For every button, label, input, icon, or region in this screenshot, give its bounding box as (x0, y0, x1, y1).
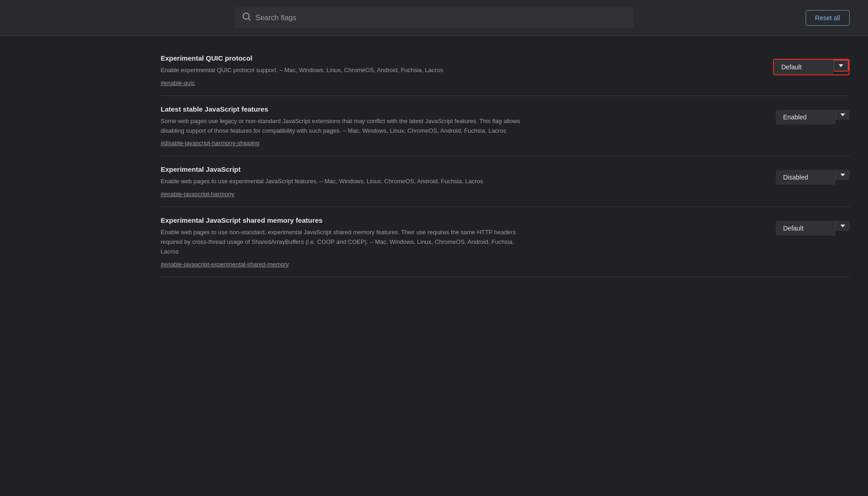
flag-anchor-link[interactable]: #enable-quic (161, 79, 195, 86)
flag-dropdown[interactable]: DefaultEnabledDisabled (776, 221, 835, 236)
flag-title: Experimental JavaScript shared memory fe… (161, 216, 767, 224)
reset-all-button[interactable]: Reset all (806, 10, 850, 26)
select-wrapper: DefaultEnabledDisabled (773, 59, 850, 75)
select-wrapper: DefaultEnabledDisabled (776, 110, 850, 124)
flag-description: Enable web pages to use non-standard, ex… (161, 228, 528, 256)
flag-item: Experimental QUIC protocolEnable experim… (161, 45, 850, 96)
chevron-down-icon (840, 174, 845, 176)
flag-control: DefaultEnabledDisabled (773, 59, 850, 75)
flag-item: Experimental JavaScriptEnable web pages … (161, 156, 850, 207)
svg-line-1 (248, 18, 250, 20)
flag-description: Some web pages use legacy or non-standar… (161, 117, 528, 136)
flag-description: Enable experimental QUIC protocol suppor… (161, 66, 528, 75)
flag-content: Experimental JavaScript shared memory fe… (161, 216, 767, 267)
flag-anchor-link[interactable]: #enable-javascript-experimental-shared-m… (161, 261, 289, 268)
flag-content: Experimental JavaScriptEnable web pages … (161, 165, 767, 197)
flag-title: Experimental JavaScript (161, 165, 767, 173)
dropdown-arrow-button[interactable] (835, 170, 850, 180)
flag-dropdown[interactable]: DefaultEnabledDisabled (776, 170, 835, 185)
search-input[interactable] (256, 14, 627, 22)
search-icon (242, 12, 251, 23)
chevron-down-icon (840, 225, 845, 227)
select-wrapper: DefaultEnabledDisabled (776, 170, 850, 185)
flag-title: Latest stable JavaScript features (161, 105, 767, 113)
flag-content: Experimental QUIC protocolEnable experim… (161, 54, 764, 86)
flag-item: Latest stable JavaScript featuresSome we… (161, 96, 850, 157)
flag-content: Latest stable JavaScript featuresSome we… (161, 105, 767, 147)
flag-dropdown[interactable]: DefaultEnabledDisabled (774, 60, 834, 74)
chevron-down-icon (839, 64, 843, 67)
chevron-down-icon (840, 113, 845, 116)
dropdown-arrow-button[interactable] (835, 221, 850, 231)
flag-title: Experimental QUIC protocol (161, 54, 764, 62)
flag-dropdown[interactable]: DefaultEnabledDisabled (776, 110, 835, 124)
sidebar (73, 36, 147, 486)
flag-description: Enable web pages to use experimental Jav… (161, 177, 528, 186)
flag-control: DefaultEnabledDisabled (776, 170, 850, 185)
flag-control: DefaultEnabledDisabled (776, 110, 850, 124)
search-container (235, 7, 634, 28)
select-wrapper: DefaultEnabledDisabled (776, 221, 850, 236)
flags-list: Experimental QUIC protocolEnable experim… (147, 36, 868, 486)
main-content: Experimental QUIC protocolEnable experim… (73, 36, 868, 486)
flag-control: DefaultEnabledDisabled (776, 221, 850, 236)
flag-anchor-link[interactable]: #disable-javascript-harmony-shipping (161, 140, 259, 147)
header-bar: Reset all (0, 0, 868, 36)
dropdown-arrow-button[interactable] (834, 60, 849, 72)
dropdown-arrow-button[interactable] (835, 110, 850, 120)
flag-item: Experimental JavaScript shared memory fe… (161, 207, 850, 277)
flag-anchor-link[interactable]: #enable-javascript-harmony (161, 191, 234, 197)
